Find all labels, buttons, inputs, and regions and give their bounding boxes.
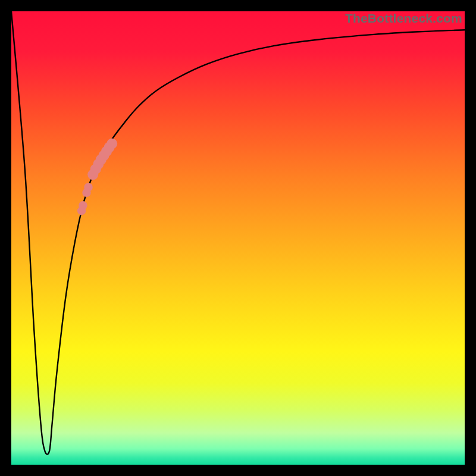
curve-markers [77,139,117,215]
plot-area: TheBottleneck.com [11,11,465,465]
chart-frame: TheBottleneck.com [0,0,476,476]
curve-marker [77,206,86,215]
chart-svg [11,11,465,465]
bottleneck-curve-path [11,11,465,455]
curve-marker [84,183,92,191]
curve-marker [107,139,117,149]
